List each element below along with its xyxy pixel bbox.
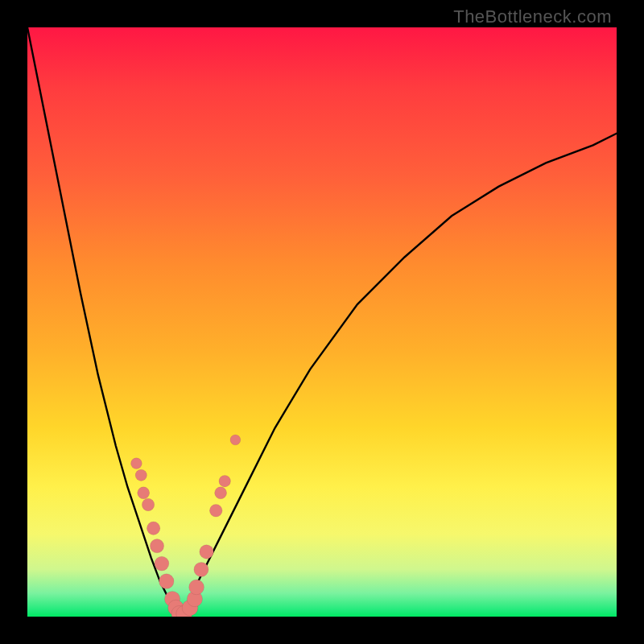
svg-point-4	[147, 522, 159, 535]
svg-point-1	[135, 469, 147, 481]
chart-frame: TheBottleneck.com	[0, 0, 644, 644]
svg-point-17	[209, 504, 222, 517]
svg-point-2	[138, 487, 150, 499]
chart-svg	[27, 27, 617, 617]
svg-point-16	[200, 545, 213, 559]
svg-point-20	[230, 435, 241, 445]
svg-point-14	[189, 580, 204, 595]
svg-point-5	[150, 539, 163, 553]
svg-point-19	[219, 475, 230, 486]
right-curve	[180, 134, 617, 617]
watermark-text: TheBottleneck.com	[453, 6, 612, 27]
plot-area	[27, 27, 617, 617]
svg-point-6	[155, 556, 169, 571]
highlight-dots	[131, 435, 241, 617]
svg-point-18	[215, 487, 227, 499]
svg-point-15	[194, 562, 208, 576]
svg-point-3	[142, 498, 154, 510]
svg-point-0	[131, 458, 142, 469]
svg-point-7	[159, 574, 174, 589]
